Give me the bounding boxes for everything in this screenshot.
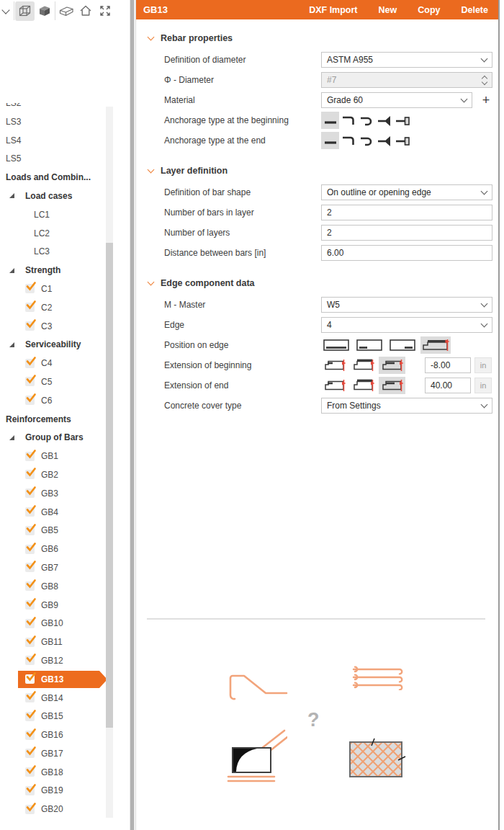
extension-beginning-input[interactable]: -8.00 (425, 357, 471, 373)
checkbox[interactable] (25, 786, 35, 795)
wireframe-cube-button[interactable] (15, 1, 35, 21)
distance-between-bars-input[interactable]: 6.00 (321, 245, 492, 261)
tree-item-c5[interactable]: C5 (0, 372, 117, 391)
bar-shape-select[interactable]: On outline or opening edge (321, 184, 492, 200)
tree-item-serviceability[interactable]: Serviceability (0, 335, 117, 354)
tree-item-ls5[interactable]: LS5 (0, 150, 117, 169)
solid-cube-button[interactable] (35, 1, 54, 21)
anchorage-hook-180-icon[interactable] (357, 132, 375, 149)
dropdown-chevron-icon[interactable] (1, 6, 9, 14)
anchorage-hook-180-icon[interactable] (357, 112, 375, 129)
copy-button[interactable]: Copy (418, 5, 440, 15)
tree-item-gb7[interactable]: GB7 (0, 558, 117, 577)
anchorage-straight-icon[interactable] (321, 112, 339, 129)
checkbox[interactable] (25, 526, 35, 535)
tree-item-lc1[interactable]: LC1 (0, 205, 117, 224)
tree-item-ls3[interactable]: LS3 (0, 112, 117, 131)
bars-in-layer-input[interactable]: 2 (321, 205, 492, 220)
section-header[interactable]: Edge component data (147, 277, 500, 289)
tree-item-lc2[interactable]: LC2 (0, 224, 117, 243)
checkbox[interactable] (25, 359, 35, 368)
checkbox[interactable] (25, 600, 35, 610)
tree-item-c2[interactable]: C2 (0, 298, 117, 317)
expander-icon[interactable] (9, 193, 14, 198)
tree-item-gb20[interactable]: GB20 (0, 800, 117, 818)
anchorage-head-plate-icon[interactable] (393, 132, 411, 149)
tree-item-c3[interactable]: C3 (0, 317, 117, 336)
sidebar-scrollbar-track[interactable] (106, 107, 113, 818)
collapse-chevron-icon[interactable] (148, 279, 155, 286)
checkbox[interactable] (25, 619, 35, 628)
checkbox[interactable] (25, 470, 35, 479)
section-header[interactable]: Rebar properties (147, 32, 500, 44)
tree-item-gb15[interactable]: GB15 (0, 707, 117, 726)
checkbox[interactable] (25, 712, 35, 721)
zoom-extents-button[interactable] (95, 1, 114, 21)
extension-none-icon[interactable] (321, 377, 348, 394)
new-button[interactable]: New (379, 5, 397, 15)
position-custom-extension-icon[interactable] (420, 336, 451, 354)
tree-item-c4[interactable]: C4 (0, 354, 117, 372)
checkbox[interactable] (25, 805, 35, 814)
concrete-cover-type-select[interactable]: From Settings (321, 398, 492, 414)
checkbox[interactable] (25, 321, 35, 331)
anchorage-hook-90-icon[interactable] (339, 112, 357, 129)
diameter-spinner[interactable]: #7 (321, 72, 492, 88)
tree-item-gb2[interactable]: GB2 (0, 465, 117, 484)
anchorage-head-plate-icon[interactable] (393, 112, 411, 129)
tree-item-gb17[interactable]: GB17 (0, 744, 117, 763)
tree-item-gb5[interactable]: GB5 (0, 521, 117, 540)
anchorage-hook-90-icon[interactable] (339, 132, 357, 149)
tree-item-gb10[interactable]: GB10 (0, 614, 117, 633)
checkbox[interactable] (25, 674, 35, 684)
checkbox[interactable] (25, 452, 35, 461)
anchorage-welded-bar-icon[interactable] (375, 112, 393, 129)
anchorage-welded-bar-icon[interactable] (375, 132, 393, 149)
extension-full-icon[interactable] (350, 377, 377, 394)
position-whole-edge-icon[interactable] (321, 336, 351, 354)
tree-item-gb18[interactable]: GB18 (0, 763, 117, 782)
home-view-button[interactable] (76, 1, 95, 21)
extension-none-icon[interactable] (321, 357, 348, 374)
checkbox[interactable] (25, 693, 35, 702)
spinner-arrows-icon[interactable] (482, 76, 487, 84)
tree-item-gb14[interactable]: GB14 (0, 689, 117, 708)
position-from-beginning-icon[interactable] (354, 336, 384, 354)
collapse-chevron-icon[interactable] (148, 34, 155, 41)
sidebar-scrollbar-thumb[interactable] (106, 243, 113, 728)
extension-end-input[interactable]: 40.00 (425, 378, 471, 393)
prism-view-button[interactable] (56, 1, 76, 21)
tree-item-gb11[interactable]: GB11 (0, 633, 117, 651)
expander-icon[interactable] (9, 342, 14, 347)
checkbox[interactable] (25, 545, 35, 554)
checkbox[interactable] (25, 656, 35, 665)
tree-item-lc3[interactable]: LC3 (0, 242, 117, 261)
checkbox[interactable] (25, 377, 35, 386)
tree-item-gb13[interactable]: GB13 (0, 670, 117, 689)
checkbox[interactable] (25, 507, 35, 517)
checkbox[interactable] (25, 749, 35, 758)
position-from-end-icon[interactable] (387, 336, 418, 354)
checkbox[interactable] (25, 767, 35, 777)
collapse-chevron-icon[interactable] (148, 166, 155, 174)
material-select[interactable]: Grade 60 (321, 92, 472, 108)
expander-icon[interactable] (9, 435, 14, 440)
tree-item-gb16[interactable]: GB16 (0, 726, 117, 744)
tree-item-c6[interactable]: C6 (0, 391, 117, 410)
number-of-layers-input[interactable]: 2 (321, 225, 492, 241)
extension-custom-icon[interactable] (379, 357, 405, 374)
edge-select[interactable]: 4 (321, 317, 492, 333)
extension-custom-icon[interactable] (379, 377, 405, 394)
checkbox[interactable] (25, 563, 35, 572)
checkbox[interactable] (25, 303, 35, 312)
checkbox[interactable] (25, 488, 35, 498)
tree-item-ls2[interactable]: LS2 (0, 103, 117, 112)
tree-item-c1[interactable]: C1 (0, 280, 117, 298)
extension-full-icon[interactable] (350, 357, 377, 374)
expander-icon[interactable] (9, 268, 14, 273)
panel-splitter[interactable] (130, 0, 135, 830)
master-select[interactable]: W5 (321, 297, 492, 313)
tree-item-gb3[interactable]: GB3 (0, 484, 117, 503)
tree-item-strength[interactable]: Strength (0, 261, 117, 280)
tree-item-gb1[interactable]: GB1 (0, 447, 117, 465)
